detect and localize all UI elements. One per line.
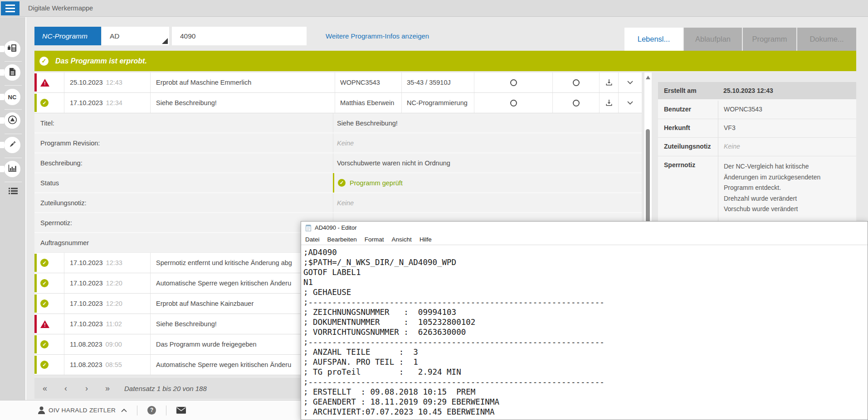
top-bar: Digitale Werkermappe bbox=[0, 0, 868, 17]
status-banner-text: Das Programm ist erprobt. bbox=[55, 57, 147, 65]
collapse-row-button[interactable] bbox=[618, 93, 642, 113]
detail-label: Programm Revision: bbox=[34, 133, 333, 153]
sidebar-item-nc[interactable]: NC bbox=[4, 89, 20, 105]
download-button[interactable] bbox=[599, 72, 618, 92]
row-description: Automatische Sperre wegen kritischen Änd… bbox=[156, 361, 291, 368]
sidebar-notch bbox=[0, 166, 4, 172]
editor-line: ; ZEICHNUNGSNUMMER : 09994103 bbox=[303, 307, 868, 317]
editor-line: N1 bbox=[303, 277, 868, 287]
detail-label: Status bbox=[34, 173, 333, 193]
editor-text-area[interactable]: ;AD4090 ;$PATH=/_N_WKS_DIR/_N_AD4090_WPD… bbox=[301, 245, 868, 417]
menu-bearbeiten[interactable]: Bearbeiten bbox=[327, 236, 357, 243]
details-panel: Erstellt am 25.10.2023 12:43 Benutzer WO… bbox=[658, 82, 856, 222]
check-circle-icon: ✓ bbox=[40, 99, 49, 107]
sidebar-item-list[interactable] bbox=[9, 188, 18, 197]
detail-label: Beschreibung: bbox=[34, 153, 333, 173]
panel-label: Erstellt am bbox=[658, 82, 718, 99]
mail-button[interactable] bbox=[176, 407, 186, 414]
sidebar-item-machine[interactable] bbox=[4, 41, 20, 57]
row-description: Sperrnotiz entfernt und kritische Änderu… bbox=[156, 259, 292, 266]
row-user: WOPNC3543 bbox=[340, 79, 380, 86]
row-date: 17.10.2023 bbox=[70, 320, 103, 328]
panel-value: WOPNC3543 bbox=[718, 101, 856, 119]
menu-hilfe[interactable]: Hilfe bbox=[419, 236, 432, 243]
bar-chart-icon bbox=[8, 164, 17, 174]
scroll-up-icon[interactable] bbox=[646, 76, 650, 79]
program-prefix-select[interactable]: AD bbox=[102, 27, 169, 45]
row-user: Matthias Eberwein bbox=[340, 99, 394, 106]
sidebar-notch bbox=[0, 142, 4, 148]
row-source: NC-Programmierung bbox=[407, 99, 468, 106]
row-time: 11:02 bbox=[106, 320, 122, 328]
list-icon bbox=[9, 188, 18, 196]
hamburger-menu-icon[interactable] bbox=[1, 1, 20, 15]
menu-datei[interactable]: Datei bbox=[305, 236, 320, 243]
sidebar-item-statistics[interactable] bbox=[4, 161, 20, 177]
user-menu[interactable]: OIV HARALD ZEITLER bbox=[38, 406, 127, 414]
row-description: Erprobt auf Maschine Emmerlich bbox=[156, 79, 251, 86]
detail-value: Keine bbox=[333, 193, 642, 212]
panel-label: Sperrnotiz bbox=[658, 156, 718, 222]
machine-icon bbox=[7, 43, 17, 54]
sidebar-item-release[interactable] bbox=[4, 112, 20, 129]
detail-row: Status ✓Programm geprüft bbox=[34, 173, 642, 193]
tab-dokumente[interactable]: Dokume... bbox=[797, 28, 856, 51]
detail-row: Beschreibung: Vorschubwerte waren nicht … bbox=[34, 153, 642, 173]
expand-row-button[interactable] bbox=[618, 72, 642, 92]
app-title: Digitale Werkermappe bbox=[28, 0, 93, 17]
help-button[interactable]: ? bbox=[147, 406, 156, 415]
program-number-input[interactable] bbox=[172, 27, 307, 45]
chevron-up-icon bbox=[121, 409, 127, 412]
check-circle-icon: ✓ bbox=[40, 340, 49, 348]
row-accent bbox=[34, 294, 37, 313]
panel-row: Benutzer WOPNC3543 bbox=[658, 101, 856, 119]
editor-line: ;---------------------------------------… bbox=[303, 377, 868, 387]
tab-lebenslauf[interactable]: Lebensl... bbox=[624, 28, 683, 51]
envelope-icon bbox=[176, 407, 186, 414]
row-date: 25.10.2023 bbox=[70, 79, 103, 86]
person-icon bbox=[38, 406, 45, 414]
table-row[interactable]: ✓ 17.10.202312:34 Siehe Beschreibung! Ma… bbox=[34, 93, 642, 113]
release-circle-icon bbox=[8, 115, 17, 126]
tab-programm[interactable]: Programm bbox=[743, 28, 796, 51]
tab-ablaufplan[interactable]: Ablaufplan bbox=[684, 28, 742, 51]
pagination-next-button[interactable]: › bbox=[76, 384, 97, 393]
more-program-info-link[interactable]: Weitere Programm-Infos anzeigen bbox=[326, 27, 429, 45]
detail-label: Sperrnotiz: bbox=[34, 213, 333, 232]
panel-value: VF3 bbox=[718, 119, 856, 137]
pagination-prev-button[interactable]: ‹ bbox=[55, 384, 76, 393]
editor-line: ; GEHAEUSE bbox=[303, 287, 868, 297]
editor-window-title: AD4090 - Editor bbox=[315, 224, 357, 231]
pagination-last-button[interactable]: » bbox=[97, 384, 118, 393]
detail-status-value: ✓Programm geprüft bbox=[333, 173, 642, 193]
menu-format[interactable]: Format bbox=[365, 236, 384, 243]
row-time: 12:20 bbox=[106, 280, 122, 287]
sidebar-item-documents[interactable] bbox=[4, 64, 20, 81]
row-accent bbox=[34, 254, 37, 272]
row-description: Siehe Beschreibung! bbox=[156, 320, 217, 328]
detail-value: Keine bbox=[333, 133, 642, 153]
table-row[interactable]: ! 25.10.202312:43 Erprobt auf Maschine E… bbox=[34, 72, 642, 93]
row-date: 17.10.2023 bbox=[70, 280, 103, 287]
warning-icon: ! bbox=[40, 79, 49, 87]
editor-title-bar[interactable]: AD4090 - Editor bbox=[301, 222, 868, 234]
download-icon bbox=[605, 100, 613, 106]
sidebar-item-tools[interactable] bbox=[4, 137, 20, 153]
pagination-first-button[interactable]: « bbox=[34, 384, 55, 393]
sidebar-notch bbox=[0, 46, 4, 52]
status-banner: ✓ Das Programm ist erprobt. bbox=[34, 51, 856, 71]
status-circle-icon bbox=[573, 79, 580, 86]
editor-line: ; TG proTeil : 2.924 MIN bbox=[303, 367, 868, 377]
editor-line: ;---------------------------------------… bbox=[303, 297, 868, 307]
row-accent bbox=[34, 335, 37, 353]
row-description: Das Programm wurde freigegeben bbox=[156, 341, 257, 348]
check-circle-icon: ✓ bbox=[39, 57, 49, 66]
menu-ansicht[interactable]: Ansicht bbox=[392, 236, 412, 243]
row-time: 12:34 bbox=[106, 99, 122, 106]
editor-menu-bar: Datei Bearbeiten Format Ansicht Hilfe bbox=[301, 234, 868, 245]
user-name: OIV HARALD ZEITLER bbox=[49, 407, 116, 414]
row-date: 17.10.2023 bbox=[70, 300, 103, 307]
program-type-button[interactable]: NC-Programm bbox=[34, 27, 101, 45]
download-button[interactable] bbox=[599, 93, 618, 113]
panel-label: Herkunft bbox=[658, 119, 718, 137]
